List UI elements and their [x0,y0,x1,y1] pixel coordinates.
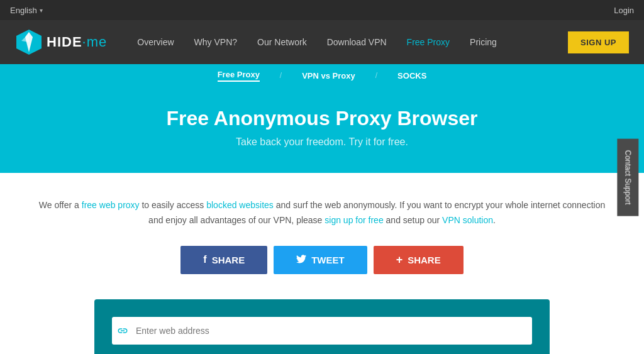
link-sign-up[interactable]: sign up for free [325,215,383,225]
subnav-vpn-vs-proxy[interactable]: VPN vs Proxy [302,71,355,80]
link-free-web-proxy[interactable]: free web proxy [82,200,140,210]
logo-icon [15,28,43,56]
twitter-icon [296,255,306,265]
hero-subtitle: Take back your freedom. Try it for free. [13,136,631,148]
facebook-icon: f [203,254,206,265]
top-bar: English ▾ Login [0,0,644,20]
contact-support-button[interactable]: Contact Support [618,138,639,216]
subnav-free-proxy[interactable]: Free Proxy [218,70,260,82]
google-share-label: SHARE [408,255,441,265]
google-share-button[interactable]: + SHARE [374,246,464,274]
proxy-url-input[interactable] [133,319,527,342]
link-blocked-websites[interactable]: blocked websites [206,200,274,210]
facebook-share-button[interactable]: f SHARE [180,246,267,274]
logo[interactable]: HIDE·me [15,28,107,56]
share-buttons: f SHARE TWEET + SHARE [31,246,613,274]
hero-title: Free Anonymous Proxy Browser [13,107,631,130]
google-plus-icon: + [396,253,403,267]
signup-button[interactable]: SIGN UP [568,31,629,53]
login-link[interactable]: Login [614,6,634,15]
description-text: We offer a free web proxy to easily acce… [33,198,611,228]
subnav-socks[interactable]: SOCKS [397,71,426,80]
nav-pricing[interactable]: Pricing [460,20,507,64]
twitter-tweet-button[interactable]: TWEET [274,246,367,274]
nav-download-vpn[interactable]: Download VPN [317,20,397,64]
link-vpn-solution[interactable]: VPN solution [442,215,493,225]
hero-section: Free Anonymous Proxy Browser Take back y… [0,87,644,173]
logo-hide: HIDE [47,34,82,50]
link-icon [117,325,128,336]
subnav-sep2: / [375,71,377,80]
sub-nav: Free Proxy / VPN vs Proxy / SOCKS [0,64,644,87]
proxy-box: Proxy location: Netherlands ▾ More optio… [94,299,550,354]
main-content: We offer a free web proxy to easily acce… [0,173,644,354]
nav-our-network[interactable]: Our Network [247,20,317,64]
logo-text: HIDE·me [47,34,107,50]
contact-support-label: Contact Support [624,150,633,204]
facebook-share-label: SHARE [212,255,245,265]
language-label: English [10,6,37,15]
nav-overview[interactable]: Overview [127,20,184,64]
nav-links: Overview Why VPN? Our Network Download V… [127,20,568,64]
nav-free-proxy[interactable]: Free Proxy [397,20,460,64]
subnav-sep1: / [280,71,282,80]
main-nav: HIDE·me Overview Why VPN? Our Network Do… [0,20,644,64]
language-selector[interactable]: English ▾ [10,6,43,15]
language-chevron: ▾ [40,7,43,14]
proxy-input-row [112,317,532,345]
tweet-label: TWEET [311,255,345,265]
nav-why-vpn[interactable]: Why VPN? [184,20,247,64]
